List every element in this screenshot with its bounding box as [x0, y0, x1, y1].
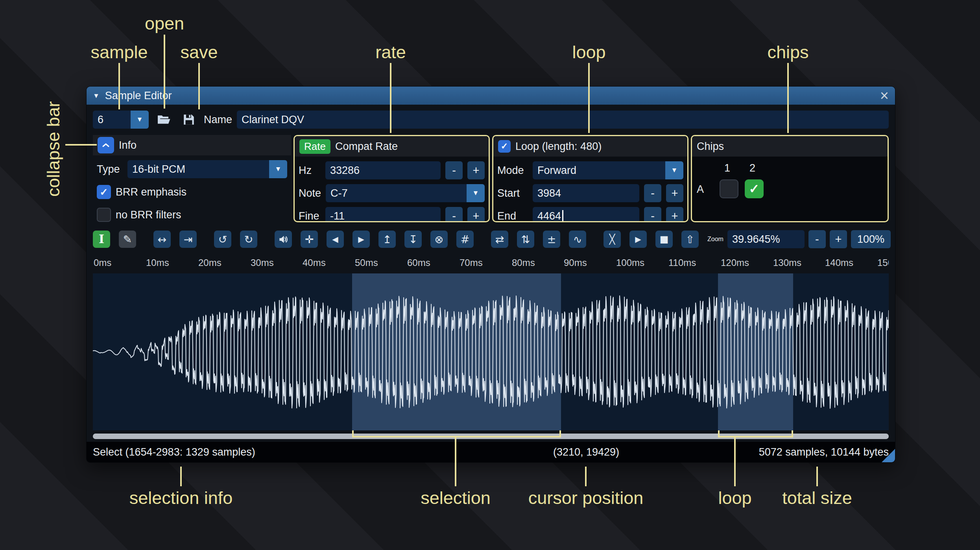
fine-plus-button[interactable]: + — [467, 207, 485, 222]
check-icon: ✓ — [501, 141, 508, 151]
waveform — [93, 273, 889, 430]
plus-minus-icon: ± — [547, 234, 556, 245]
delete-circle-icon: ⊗ — [435, 234, 444, 245]
no-brr-filters-checkbox[interactable] — [97, 208, 111, 222]
zoom-input[interactable]: 39.9645% — [727, 230, 805, 248]
export-button[interactable]: ⇧ — [681, 231, 699, 248]
chevron-up-icon — [101, 140, 111, 150]
amplify-button[interactable] — [275, 231, 292, 248]
type-dropdown[interactable]: 16-bit PCM ▼ — [127, 160, 287, 178]
i-beam-cursor-icon: I — [99, 233, 104, 245]
loop-start-plus-button[interactable]: + — [666, 184, 683, 202]
chip-a1-toggle[interactable] — [720, 179, 738, 198]
note-dropdown[interactable]: C-7 ▼ — [326, 184, 485, 202]
sample-selector[interactable]: 6 ▼ — [93, 111, 149, 129]
zoom-in-button[interactable]: + — [830, 230, 847, 248]
loop-end-label: End — [497, 210, 528, 222]
trim-button[interactable]: # — [456, 231, 474, 248]
rate-badge[interactable]: Rate — [299, 139, 330, 154]
annotation-line-sample — [118, 63, 120, 109]
zoom-controls: Zoom 39.9645% - + 100% — [707, 230, 891, 248]
loop-start-minus-button[interactable]: - — [644, 184, 661, 202]
loop-end-input[interactable]: 4464 — [533, 207, 639, 222]
normalize-button[interactable]: ✛ — [301, 231, 318, 248]
draw-tool-button[interactable]: ✎ — [119, 231, 136, 248]
chevron-down-icon[interactable]: ▼ — [665, 161, 683, 179]
timeline-label: 140ms — [825, 257, 853, 268]
note-value[interactable]: C-7 — [326, 184, 467, 202]
loop-mode-dropdown[interactable]: Forward ▼ — [533, 161, 683, 179]
window-collapse-icon[interactable]: ▼ — [93, 92, 100, 99]
select-tool-button[interactable]: I — [93, 231, 110, 248]
collapse-bar-button[interactable] — [98, 137, 114, 153]
open-button[interactable] — [153, 110, 174, 129]
loop-enable-checkbox[interactable]: ✓ — [498, 140, 511, 153]
chevron-down-icon[interactable]: ▼ — [467, 184, 485, 202]
loop-end-minus-button[interactable]: - — [644, 207, 661, 222]
brr-emphasis-label: BRR emphasis — [116, 186, 186, 198]
close-icon[interactable]: × — [880, 88, 889, 103]
loop-header-bar: ✓ Loop (length: 480) — [493, 136, 687, 157]
waveform-display[interactable] — [93, 273, 889, 430]
brr-emphasis-checkbox[interactable]: ✓ — [97, 185, 111, 199]
preview-button[interactable]: ▶ — [629, 231, 647, 248]
chevron-down-glyph: ▼ — [472, 189, 479, 197]
fine-minus-button[interactable]: - — [445, 207, 463, 222]
timeline-label: 90ms — [564, 257, 587, 268]
insert-silence-button[interactable]: ↥ — [378, 231, 396, 248]
crossfade-button[interactable]: ╳ — [604, 231, 621, 248]
stop-button[interactable]: ■ — [655, 231, 673, 248]
save-button[interactable] — [179, 110, 199, 129]
timeline-label: 10ms — [146, 257, 169, 268]
titlebar[interactable]: ▼ Sample Editor × — [87, 87, 895, 105]
zoom-reset-button[interactable]: 100% — [851, 230, 891, 248]
fade-in-icon: ◀ — [332, 235, 338, 243]
annotation-line-rate — [390, 63, 391, 133]
loop-end-plus-button[interactable]: + — [666, 207, 683, 222]
timeline-ruler: 0ms 10ms 20ms 30ms 40ms 50ms 60ms 70ms 8… — [93, 254, 889, 271]
fine-input[interactable]: -11 — [325, 207, 441, 222]
timeline-label: 0ms — [94, 257, 111, 268]
text-caret — [562, 210, 563, 222]
apply-silence-button[interactable]: ↧ — [404, 231, 422, 248]
filter-button[interactable]: ∿ — [569, 231, 586, 248]
resize-grip[interactable] — [882, 449, 895, 462]
sine-wave-icon: ∿ — [573, 234, 582, 245]
rate-panel: Rate Compat Rate Hz 33286 - + Note C-7 ▼ — [293, 135, 490, 222]
loop-start-input[interactable]: 3984 — [533, 184, 639, 202]
hz-input[interactable]: 33286 — [325, 161, 441, 179]
chip-column-1: 1 — [724, 162, 730, 174]
reverse-button[interactable]: ⇄ — [491, 231, 508, 248]
sample-dropdown-button[interactable]: ▼ — [131, 111, 149, 129]
resize-button[interactable]: ↔ — [153, 231, 171, 248]
fine-label: Fine — [299, 210, 321, 222]
fade-out-button[interactable]: ▶ — [353, 231, 370, 248]
sample-number-input[interactable]: 6 — [93, 111, 131, 129]
crop-icon: # — [461, 234, 470, 245]
sign-button[interactable]: ± — [543, 231, 560, 248]
timeline-label: 80ms — [512, 257, 535, 268]
sample-header-row: 6 ▼ Name Clarinet DQV — [93, 105, 889, 135]
invert-button[interactable]: ⇅ — [517, 231, 534, 248]
hz-plus-button[interactable]: + — [467, 161, 485, 179]
undo-icon: ↺ — [218, 234, 227, 245]
chip-a2-toggle[interactable]: ✓ — [745, 179, 764, 198]
type-value[interactable]: 16-bit PCM — [127, 160, 269, 178]
annotation-line-loop-bottom — [734, 437, 736, 486]
property-panels: Info Type 16-bit PCM ▼ ✓ BRR emphasi — [93, 135, 889, 222]
redo-button[interactable]: ↻ — [240, 231, 257, 248]
cursor-position-text: (3210, 19429) — [553, 446, 619, 458]
undo-button[interactable]: ↺ — [214, 231, 231, 248]
chevron-down-icon[interactable]: ▼ — [269, 160, 287, 178]
resample-button[interactable]: ⇥ — [179, 231, 197, 248]
timeline-label: 70ms — [460, 257, 483, 268]
redo-icon: ↻ — [244, 234, 253, 245]
hz-minus-button[interactable]: - — [445, 161, 463, 179]
name-input[interactable]: Clarinet DQV — [237, 111, 889, 129]
resample-icon: ⇥ — [184, 234, 193, 245]
loop-mode-value[interactable]: Forward — [533, 161, 665, 179]
zoom-out-button[interactable]: - — [808, 230, 826, 248]
fade-in-button[interactable]: ◀ — [327, 231, 344, 248]
annotation-line-chips — [787, 63, 789, 133]
delete-button[interactable]: ⊗ — [430, 231, 448, 248]
